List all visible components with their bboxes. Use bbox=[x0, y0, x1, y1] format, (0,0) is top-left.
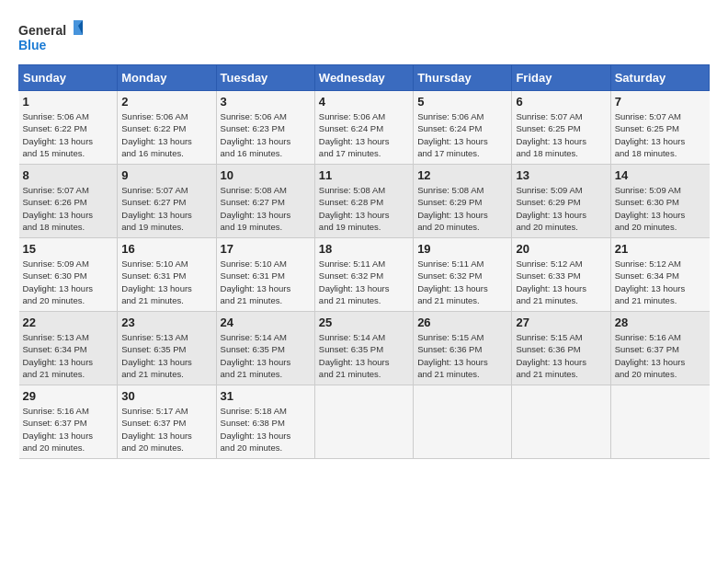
day-number: 10 bbox=[221, 168, 311, 182]
calendar-cell: 15Sunrise: 5:09 AM Sunset: 6:30 PM Dayli… bbox=[19, 238, 118, 312]
calendar-cell: 18Sunrise: 5:11 AM Sunset: 6:32 PM Dayli… bbox=[314, 238, 413, 312]
day-number: 6 bbox=[516, 95, 606, 109]
calendar-cell: 26Sunrise: 5:15 AM Sunset: 6:36 PM Dayli… bbox=[414, 312, 512, 385]
calendar-cell: 10Sunrise: 5:08 AM Sunset: 6:27 PM Dayli… bbox=[216, 165, 314, 238]
day-number: 3 bbox=[221, 95, 311, 109]
day-info: Sunrise: 5:12 AM Sunset: 6:33 PM Dayligh… bbox=[516, 258, 606, 306]
day-number: 31 bbox=[221, 389, 311, 403]
calendar-cell bbox=[414, 385, 512, 459]
calendar-week-row: 22Sunrise: 5:13 AM Sunset: 6:34 PM Dayli… bbox=[19, 312, 710, 385]
weekday-header: Thursday bbox=[414, 65, 512, 91]
day-number: 27 bbox=[516, 316, 606, 329]
day-number: 19 bbox=[417, 242, 507, 256]
calendar-cell: 19Sunrise: 5:11 AM Sunset: 6:32 PM Dayli… bbox=[414, 238, 512, 312]
calendar-week-row: 15Sunrise: 5:09 AM Sunset: 6:30 PM Dayli… bbox=[19, 238, 710, 312]
calendar-cell: 25Sunrise: 5:14 AM Sunset: 6:35 PM Dayli… bbox=[314, 312, 413, 385]
day-info: Sunrise: 5:08 AM Sunset: 6:27 PM Dayligh… bbox=[221, 184, 311, 233]
calendar-week-row: 1Sunrise: 5:06 AM Sunset: 6:22 PM Daylig… bbox=[19, 91, 710, 165]
weekday-header: Friday bbox=[512, 65, 610, 91]
day-number: 21 bbox=[615, 242, 706, 256]
calendar-cell: 1Sunrise: 5:06 AM Sunset: 6:22 PM Daylig… bbox=[19, 91, 118, 165]
day-number: 30 bbox=[121, 389, 211, 403]
calendar-cell: 17Sunrise: 5:10 AM Sunset: 6:31 PM Dayli… bbox=[216, 238, 314, 312]
weekday-header: Sunday bbox=[19, 65, 118, 91]
calendar-cell: 2Sunrise: 5:06 AM Sunset: 6:22 PM Daylig… bbox=[118, 91, 216, 165]
day-info: Sunrise: 5:08 AM Sunset: 6:28 PM Dayligh… bbox=[319, 184, 409, 233]
day-info: Sunrise: 5:15 AM Sunset: 6:36 PM Dayligh… bbox=[516, 331, 606, 380]
calendar-cell: 6Sunrise: 5:07 AM Sunset: 6:25 PM Daylig… bbox=[512, 91, 610, 165]
calendar-cell: 12Sunrise: 5:08 AM Sunset: 6:29 PM Dayli… bbox=[414, 165, 512, 238]
logo-svg: General Blue bbox=[18, 18, 83, 55]
calendar-cell: 20Sunrise: 5:12 AM Sunset: 6:33 PM Dayli… bbox=[512, 238, 610, 312]
day-info: Sunrise: 5:09 AM Sunset: 6:29 PM Dayligh… bbox=[516, 184, 606, 233]
day-info: Sunrise: 5:10 AM Sunset: 6:31 PM Dayligh… bbox=[221, 258, 311, 306]
day-number: 17 bbox=[221, 242, 311, 256]
calendar-cell: 16Sunrise: 5:10 AM Sunset: 6:31 PM Dayli… bbox=[118, 238, 216, 312]
calendar-cell bbox=[512, 385, 610, 459]
day-info: Sunrise: 5:16 AM Sunset: 6:37 PM Dayligh… bbox=[615, 331, 706, 380]
day-info: Sunrise: 5:06 AM Sunset: 6:22 PM Dayligh… bbox=[23, 110, 114, 159]
day-number: 7 bbox=[615, 95, 706, 109]
day-info: Sunrise: 5:17 AM Sunset: 6:37 PM Dayligh… bbox=[121, 405, 211, 454]
day-number: 13 bbox=[516, 168, 606, 182]
day-number: 14 bbox=[615, 168, 706, 182]
day-number: 15 bbox=[23, 242, 114, 256]
day-info: Sunrise: 5:07 AM Sunset: 6:26 PM Dayligh… bbox=[23, 184, 114, 233]
calendar-cell: 21Sunrise: 5:12 AM Sunset: 6:34 PM Dayli… bbox=[610, 238, 709, 312]
calendar-week-row: 8Sunrise: 5:07 AM Sunset: 6:26 PM Daylig… bbox=[19, 165, 710, 238]
day-number: 9 bbox=[121, 168, 211, 182]
day-number: 8 bbox=[23, 168, 114, 182]
calendar-cell: 13Sunrise: 5:09 AM Sunset: 6:29 PM Dayli… bbox=[512, 165, 610, 238]
calendar-cell: 30Sunrise: 5:17 AM Sunset: 6:37 PM Dayli… bbox=[118, 385, 216, 459]
calendar-cell: 5Sunrise: 5:06 AM Sunset: 6:24 PM Daylig… bbox=[414, 91, 512, 165]
weekday-header: Saturday bbox=[610, 65, 709, 91]
svg-text:Blue: Blue bbox=[18, 38, 47, 52]
day-number: 20 bbox=[516, 242, 606, 256]
day-number: 16 bbox=[121, 242, 211, 256]
day-info: Sunrise: 5:13 AM Sunset: 6:35 PM Dayligh… bbox=[121, 331, 211, 380]
day-info: Sunrise: 5:14 AM Sunset: 6:35 PM Dayligh… bbox=[221, 331, 311, 380]
calendar-cell: 11Sunrise: 5:08 AM Sunset: 6:28 PM Dayli… bbox=[314, 165, 413, 238]
day-info: Sunrise: 5:07 AM Sunset: 6:27 PM Dayligh… bbox=[121, 184, 211, 233]
calendar-cell: 29Sunrise: 5:16 AM Sunset: 6:37 PM Dayli… bbox=[19, 385, 118, 459]
day-info: Sunrise: 5:08 AM Sunset: 6:29 PM Dayligh… bbox=[417, 184, 507, 233]
calendar-cell: 23Sunrise: 5:13 AM Sunset: 6:35 PM Dayli… bbox=[118, 312, 216, 385]
day-number: 1 bbox=[23, 95, 114, 109]
day-info: Sunrise: 5:06 AM Sunset: 6:24 PM Dayligh… bbox=[319, 110, 409, 159]
day-info: Sunrise: 5:06 AM Sunset: 6:22 PM Dayligh… bbox=[121, 110, 211, 159]
calendar-cell: 14Sunrise: 5:09 AM Sunset: 6:30 PM Dayli… bbox=[610, 165, 709, 238]
day-number: 12 bbox=[417, 168, 507, 182]
calendar-cell: 3Sunrise: 5:06 AM Sunset: 6:23 PM Daylig… bbox=[216, 91, 314, 165]
calendar-cell: 8Sunrise: 5:07 AM Sunset: 6:26 PM Daylig… bbox=[19, 165, 118, 238]
svg-text:General: General bbox=[18, 23, 66, 38]
weekday-header: Monday bbox=[118, 65, 216, 91]
day-info: Sunrise: 5:14 AM Sunset: 6:35 PM Dayligh… bbox=[319, 331, 409, 380]
calendar-table: SundayMondayTuesdayWednesdayThursdayFrid… bbox=[18, 64, 710, 459]
calendar-cell: 4Sunrise: 5:06 AM Sunset: 6:24 PM Daylig… bbox=[314, 91, 413, 165]
calendar-cell: 31Sunrise: 5:18 AM Sunset: 6:38 PM Dayli… bbox=[216, 385, 314, 459]
day-info: Sunrise: 5:18 AM Sunset: 6:38 PM Dayligh… bbox=[221, 405, 311, 454]
day-number: 23 bbox=[121, 316, 211, 329]
day-info: Sunrise: 5:16 AM Sunset: 6:37 PM Dayligh… bbox=[23, 405, 114, 454]
day-info: Sunrise: 5:13 AM Sunset: 6:34 PM Dayligh… bbox=[23, 331, 114, 380]
day-number: 11 bbox=[319, 168, 409, 182]
calendar-cell bbox=[610, 385, 709, 459]
day-info: Sunrise: 5:15 AM Sunset: 6:36 PM Dayligh… bbox=[417, 331, 507, 380]
weekday-header: Wednesday bbox=[314, 65, 413, 91]
calendar-week-row: 29Sunrise: 5:16 AM Sunset: 6:37 PM Dayli… bbox=[19, 385, 710, 459]
day-info: Sunrise: 5:06 AM Sunset: 6:24 PM Dayligh… bbox=[417, 110, 507, 159]
day-info: Sunrise: 5:12 AM Sunset: 6:34 PM Dayligh… bbox=[615, 258, 706, 306]
day-number: 24 bbox=[221, 316, 311, 329]
day-number: 2 bbox=[121, 95, 211, 109]
calendar-cell bbox=[314, 385, 413, 459]
day-info: Sunrise: 5:11 AM Sunset: 6:32 PM Dayligh… bbox=[417, 258, 507, 306]
calendar-cell: 27Sunrise: 5:15 AM Sunset: 6:36 PM Dayli… bbox=[512, 312, 610, 385]
day-number: 22 bbox=[23, 316, 114, 329]
day-info: Sunrise: 5:09 AM Sunset: 6:30 PM Dayligh… bbox=[615, 184, 706, 233]
calendar-cell: 28Sunrise: 5:16 AM Sunset: 6:37 PM Dayli… bbox=[610, 312, 709, 385]
calendar-cell: 22Sunrise: 5:13 AM Sunset: 6:34 PM Dayli… bbox=[19, 312, 118, 385]
calendar-cell: 7Sunrise: 5:07 AM Sunset: 6:25 PM Daylig… bbox=[610, 91, 709, 165]
day-number: 28 bbox=[615, 316, 706, 329]
page-header: General Blue bbox=[18, 18, 710, 55]
calendar-cell: 9Sunrise: 5:07 AM Sunset: 6:27 PM Daylig… bbox=[118, 165, 216, 238]
